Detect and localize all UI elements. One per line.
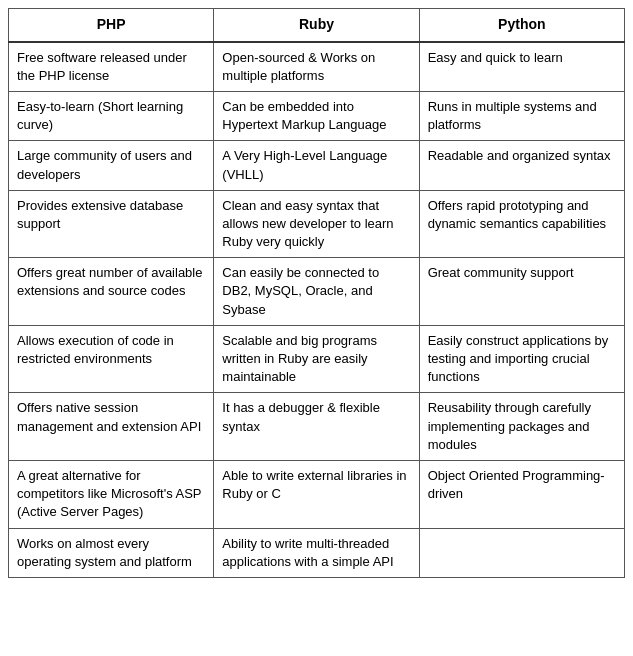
table-row: Provides extensive database supportClean…: [9, 190, 625, 258]
header-php: PHP: [9, 9, 214, 42]
cell-row7-col2: Object Oriented Programming-driven: [419, 460, 624, 528]
cell-row6-col0: Offers native session management and ext…: [9, 393, 214, 461]
table-row: Offers native session management and ext…: [9, 393, 625, 461]
cell-row8-col1: Ability to write multi-threaded applicat…: [214, 528, 419, 577]
cell-row4-col2: Great community support: [419, 258, 624, 326]
header-python: Python: [419, 9, 624, 42]
cell-row2-col1: A Very High-Level Language (VHLL): [214, 141, 419, 190]
cell-row3-col2: Offers rapid prototyping and dynamic sem…: [419, 190, 624, 258]
cell-row3-col0: Provides extensive database support: [9, 190, 214, 258]
cell-row8-col0: Works on almost every operating system a…: [9, 528, 214, 577]
cell-row6-col2: Reusability through carefully implementi…: [419, 393, 624, 461]
table-row: Allows execution of code in restricted e…: [9, 325, 625, 393]
cell-row5-col1: Scalable and big programs written in Rub…: [214, 325, 419, 393]
table-row: Large community of users and developersA…: [9, 141, 625, 190]
cell-row3-col1: Clean and easy syntax that allows new de…: [214, 190, 419, 258]
cell-row0-col1: Open-sourced & Works on multiple platfor…: [214, 42, 419, 92]
table-row: Works on almost every operating system a…: [9, 528, 625, 577]
comparison-table: PHP Ruby Python Free software released u…: [8, 8, 625, 578]
cell-row2-col2: Readable and organized syntax: [419, 141, 624, 190]
cell-row4-col0: Offers great number of available extensi…: [9, 258, 214, 326]
cell-row8-col2: [419, 528, 624, 577]
cell-row1-col1: Can be embedded into Hypertext Markup La…: [214, 91, 419, 140]
cell-row0-col0: Free software released under the PHP lic…: [9, 42, 214, 92]
cell-row6-col1: It has a debugger & flexible syntax: [214, 393, 419, 461]
table-row: A great alternative for competitors like…: [9, 460, 625, 528]
cell-row5-col2: Easily construct applications by testing…: [419, 325, 624, 393]
cell-row7-col1: Able to write external libraries in Ruby…: [214, 460, 419, 528]
cell-row5-col0: Allows execution of code in restricted e…: [9, 325, 214, 393]
cell-row0-col2: Easy and quick to learn: [419, 42, 624, 92]
cell-row2-col0: Large community of users and developers: [9, 141, 214, 190]
header-ruby: Ruby: [214, 9, 419, 42]
cell-row7-col0: A great alternative for competitors like…: [9, 460, 214, 528]
table-row: Free software released under the PHP lic…: [9, 42, 625, 92]
header-row: PHP Ruby Python: [9, 9, 625, 42]
cell-row1-col0: Easy-to-learn (Short learning curve): [9, 91, 214, 140]
cell-row1-col2: Runs in multiple systems and platforms: [419, 91, 624, 140]
table-row: Offers great number of available extensi…: [9, 258, 625, 326]
table-row: Easy-to-learn (Short learning curve)Can …: [9, 91, 625, 140]
cell-row4-col1: Can easily be connected to DB2, MySQL, O…: [214, 258, 419, 326]
